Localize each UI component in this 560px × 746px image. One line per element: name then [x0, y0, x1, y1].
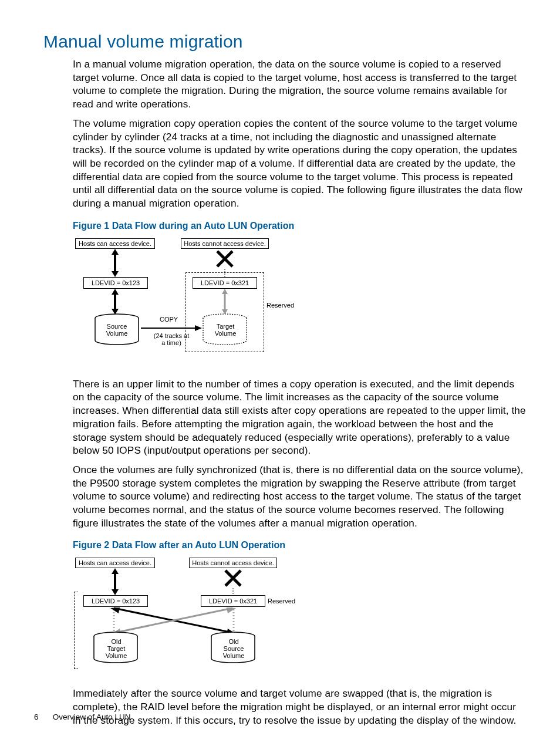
- svg-marker-17: [112, 568, 119, 574]
- d1-hosts-cannot-box: Hosts cannot access device.: [181, 238, 269, 249]
- d1-hosts-can-box: Hosts can access device.: [75, 238, 155, 249]
- d1-source-label: Source Volume: [102, 323, 131, 337]
- d2-ldev-right-box: LDEVID = 0x321: [201, 595, 265, 607]
- d2-left-dashed-box: [74, 592, 78, 669]
- d1-reserved-label: Reserved: [266, 302, 294, 309]
- figure-1-diagram: Hosts can access device. Hosts cannot ac…: [73, 237, 296, 363]
- d2-ldev-left-box: LDEVID = 0x123: [83, 595, 148, 607]
- d2-reserved-label: Reserved: [268, 598, 295, 605]
- svg-marker-26: [110, 607, 120, 613]
- paragraph-4: Once the volumes are fully synchronized …: [73, 463, 526, 530]
- svg-marker-7: [112, 289, 119, 295]
- page-container: Manual volume migration In a manual volu…: [0, 0, 560, 746]
- d2-old-source-label: Old Source Volume: [221, 639, 247, 659]
- page-number: 6: [34, 713, 50, 721]
- svg-marker-29: [227, 607, 236, 613]
- d2-left-hosts-arrow: [110, 568, 120, 595]
- d2-cross-icon: [224, 569, 242, 587]
- figure-1-caption: Figure 1 Data Flow during an Auto LUN Op…: [73, 221, 526, 231]
- d1-left-ldev-arrow: [110, 289, 120, 315]
- d1-reserved-dashed-box: [185, 272, 264, 352]
- d2-hosts-cannot-box: Hosts cannot access device.: [189, 558, 277, 568]
- page-footer: 6 Overview of Auto LUN: [34, 713, 131, 721]
- d1-cross-icon: [216, 250, 234, 268]
- svg-marker-18: [112, 589, 119, 595]
- paragraph-1: In a manual volume migration operation, …: [73, 58, 526, 111]
- figure-2-diagram: Hosts can access device. Hosts cannot ac…: [73, 556, 308, 674]
- svg-marker-2: [112, 271, 119, 277]
- d2-hosts-can-box: Hosts can access device.: [75, 558, 155, 568]
- paragraph-5: Immediately after the source volume and …: [73, 687, 526, 727]
- svg-marker-1: [112, 249, 119, 255]
- d1-ldev-left-box: LDEVID = 0x123: [83, 277, 148, 289]
- paragraph-2: The volume migration copy operation copi…: [73, 117, 526, 210]
- d1-copy-label: COPY: [160, 316, 178, 323]
- section-heading: Manual volume migration: [43, 32, 526, 52]
- paragraph-3: There is an upper limit to the number of…: [73, 377, 526, 457]
- d1-left-hosts-arrow: [110, 249, 120, 277]
- d2-old-target-label: Old Target Volume: [103, 639, 129, 659]
- content-column: In a manual volume migration operation, …: [73, 58, 526, 727]
- figure-2-caption: Figure 2 Data Flow after an Auto LUN Ope…: [73, 540, 526, 551]
- footer-chapter-title: Overview of Auto LUN: [53, 713, 131, 721]
